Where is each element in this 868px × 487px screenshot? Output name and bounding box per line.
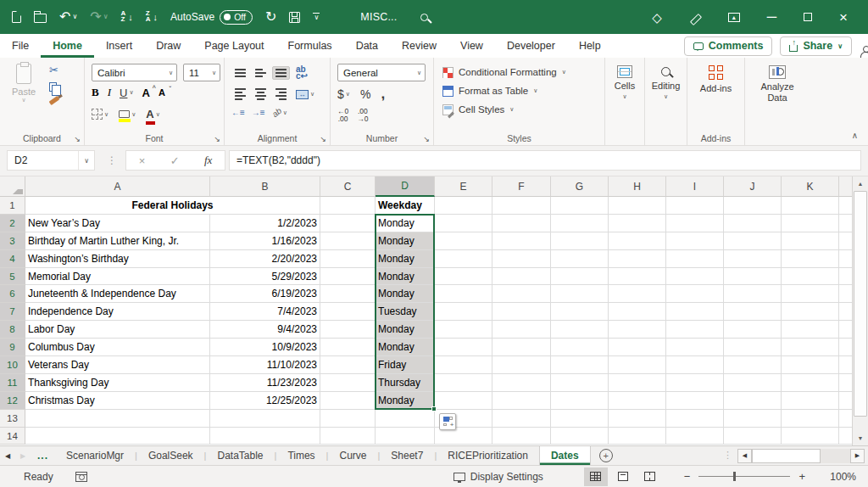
cell-F13[interactable] [492,410,551,428]
hscroll-left-arrow[interactable]: ◀ [737,449,752,463]
maximize-button[interactable] [804,13,812,21]
cell-H3[interactable] [609,232,666,250]
cell-F6[interactable] [492,285,551,303]
cell-K2[interactable] [782,215,839,232]
cell-D1-weekday-header[interactable]: Weekday [376,197,435,215]
bold-button[interactable]: B [92,86,99,99]
cell-K8[interactable] [782,321,839,339]
normal-view-button[interactable] [584,467,608,486]
cell-filler[interactable] [839,303,852,321]
scroll-down-arrow[interactable]: ▼ [853,431,868,445]
cell-A13[interactable] [25,410,210,428]
cell-B4-date[interactable]: 2/20/2023 [210,250,320,268]
cell-G5[interactable] [551,268,609,286]
page-break-view-button[interactable] [638,467,662,486]
cell-E2[interactable] [435,215,492,232]
align-left-button[interactable] [231,86,249,103]
cell-C3[interactable] [320,232,376,250]
cell-F1[interactable] [492,197,551,215]
cell-A12-holiday[interactable]: Christmas Day [25,392,210,410]
cell-J11[interactable] [724,374,782,392]
cell-B8-date[interactable]: 9/4/2023 [210,321,320,339]
share-button[interactable]: Share ∨ [780,36,852,56]
cell-B7-date[interactable]: 7/4/2023 [210,303,320,321]
cell-B14[interactable] [210,428,320,445]
cell-E8[interactable] [435,321,492,339]
cell-J14[interactable] [724,428,782,445]
italic-button[interactable]: I [108,86,111,99]
cell-filler[interactable] [839,321,852,339]
row-header-12[interactable]: 12 [0,392,25,410]
cell-D11-weekday[interactable]: Thursday [376,374,435,392]
cell-filler[interactable] [839,268,852,286]
vertical-scrollbar[interactable]: ▲ ▼ [852,176,868,445]
cell-B9-date[interactable]: 10/9/2023 [210,339,320,356]
merge-center-button[interactable]: ↔∨ [292,87,318,102]
cell-J2[interactable] [724,215,782,232]
cell-K11[interactable] [782,374,839,392]
row-header-10[interactable]: 10 [0,356,25,374]
increase-decimal-button[interactable]: ←0.00 [337,108,348,122]
horizontal-scrollbar[interactable]: ◀ ▶ [737,448,865,463]
zoom-slider[interactable] [698,476,790,477]
cell-K14[interactable] [782,428,839,445]
zoom-out-button[interactable]: − [684,470,691,483]
cell-H13[interactable] [609,410,666,428]
cell-I8[interactable] [666,321,724,339]
cell-filler[interactable] [839,215,852,232]
sheet-tab-riceprioritization[interactable]: RICEPrioritization [437,446,539,465]
cell-B3-date[interactable]: 1/16/2023 [210,232,320,250]
font-size-combo[interactable]: 11 ∨ [183,64,220,81]
cell-F3[interactable] [492,232,551,250]
cell-H10[interactable] [609,356,666,374]
cell-C2[interactable] [320,215,376,232]
cell-filler[interactable] [839,197,852,215]
cell-B2-date[interactable]: 1/2/2023 [210,215,320,232]
cancel-button[interactable]: × [139,154,146,167]
cell-F7[interactable] [492,303,551,321]
cell-filler[interactable] [839,410,852,428]
cell-A8-holiday[interactable]: Labor Day [25,321,210,339]
shrink-font-button[interactable]: Aˇ [159,87,165,98]
align-top-button[interactable] [231,66,249,80]
hscroll-right-arrow[interactable]: ▶ [850,449,865,463]
row-header-2[interactable]: 2 [0,215,25,232]
row-header-4[interactable]: 4 [0,250,25,268]
row-header-6[interactable]: 6 [0,285,25,303]
ribbon-display-options-button[interactable]: ▴ [728,13,740,22]
cell-H1[interactable] [609,197,666,215]
cell-filler[interactable] [839,374,852,392]
cell-filler[interactable] [839,339,852,356]
cell-D8-weekday[interactable]: Monday [376,321,435,339]
cell-H8[interactable] [609,321,666,339]
cell-J5[interactable] [724,268,782,286]
cell-G12[interactable] [551,392,609,410]
cell-C1[interactable] [320,197,376,215]
row-header-7[interactable]: 7 [0,303,25,321]
orientation-button[interactable]: ab∨ [272,108,287,117]
cell-E11[interactable] [435,374,492,392]
cell-K4[interactable] [782,250,839,268]
cell-H5[interactable] [609,268,666,286]
cell-B10-date[interactable]: 11/10/2023 [210,356,320,374]
column-header-I[interactable]: I [666,176,724,197]
cell-F12[interactable] [492,392,551,410]
cell-C11[interactable] [320,374,376,392]
row-header-5[interactable]: 5 [0,268,25,286]
cell-J12[interactable] [724,392,782,410]
cell-B6-date[interactable]: 6/19/2023 [210,285,320,303]
cell-H14[interactable] [609,428,666,445]
clipboard-dialog-launcher[interactable]: ↘ [74,135,81,143]
cell-I9[interactable] [666,339,724,356]
sort-descending-button[interactable]: ZA ↓ [146,11,158,23]
cell-H6[interactable] [609,285,666,303]
undo-button[interactable]: ↶ ∨ [59,10,77,24]
cell-K13[interactable] [782,410,839,428]
align-bottom-button[interactable] [272,66,290,80]
cell-D4-weekday[interactable]: Monday [376,250,435,268]
sort-ascending-button[interactable]: AZ ↓ [121,11,133,23]
ribbon-tab-home[interactable]: Home [41,34,94,58]
auto-fill-options-button[interactable] [439,413,456,430]
cell-J13[interactable] [724,410,782,428]
number-format-combo[interactable]: General ∨ [337,64,426,81]
